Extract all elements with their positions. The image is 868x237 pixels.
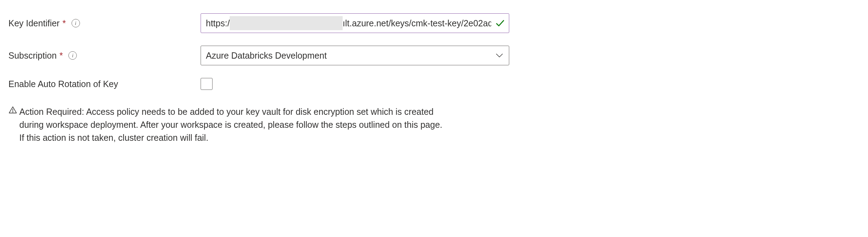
- action-required-notice: Action Required: Access policy needs to …: [8, 105, 450, 144]
- key-identifier-redacted-segment: [230, 16, 343, 30]
- key-identifier-value-suffix: ılt.azure.net/keys/cmk-test-key/2e02ad6…: [343, 18, 491, 28]
- subscription-label: Subscription: [8, 51, 57, 61]
- key-identifier-value-prefix: https:/: [206, 18, 230, 28]
- key-identifier-row: Key Identifier * i https:/ ılt.azure.net…: [8, 13, 860, 33]
- subscription-select[interactable]: Azure Databricks Development: [201, 46, 509, 65]
- svg-point-1: [13, 112, 13, 112]
- subscription-label-group: Subscription * i: [8, 51, 201, 61]
- key-identifier-control: https:/ ılt.azure.net/keys/cmk-test-key/…: [201, 13, 509, 33]
- auto-rotation-control: [201, 78, 509, 90]
- subscription-value: Azure Databricks Development: [206, 51, 327, 61]
- encryption-form-section: Key Identifier * i https:/ ılt.azure.net…: [0, 0, 868, 153]
- info-icon[interactable]: i: [72, 19, 80, 27]
- action-required-text: Action Required: Access policy needs to …: [19, 105, 450, 144]
- auto-rotation-label-group: Enable Auto Rotation of Key: [8, 79, 201, 89]
- required-asterisk: *: [62, 18, 66, 28]
- auto-rotation-label: Enable Auto Rotation of Key: [8, 79, 118, 89]
- auto-rotation-checkbox[interactable]: [201, 78, 213, 90]
- auto-rotation-row: Enable Auto Rotation of Key: [8, 78, 860, 90]
- validation-check-icon: [495, 18, 505, 28]
- key-identifier-label: Key Identifier: [8, 18, 60, 28]
- chevron-down-icon: [495, 51, 504, 60]
- warning-icon: [8, 106, 17, 114]
- subscription-control: Azure Databricks Development: [201, 46, 509, 65]
- key-identifier-input[interactable]: https:/ ılt.azure.net/keys/cmk-test-key/…: [201, 13, 509, 33]
- info-icon[interactable]: i: [68, 51, 77, 60]
- required-asterisk: *: [60, 51, 63, 61]
- key-identifier-label-group: Key Identifier * i: [8, 18, 201, 28]
- subscription-row: Subscription * i Azure Databricks Develo…: [8, 46, 860, 65]
